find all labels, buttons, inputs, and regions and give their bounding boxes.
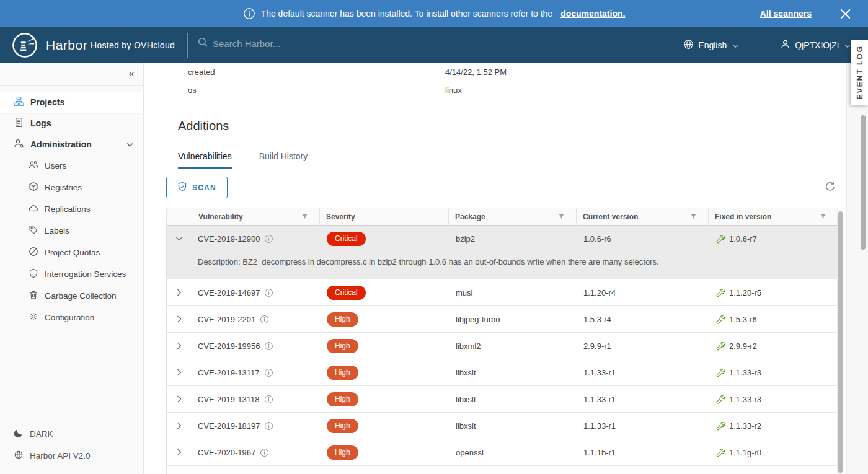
info-icon[interactable] <box>264 421 273 431</box>
filter-icon[interactable] <box>820 213 826 222</box>
shield-check-icon <box>177 182 187 193</box>
sidebar-item-project-quotas[interactable]: Project Quotas <box>0 242 143 263</box>
additions-tabs: Vulnerabilities Build History <box>178 151 308 169</box>
info-icon[interactable] <box>260 448 269 457</box>
fixed-version: 2.9.9-r2 <box>729 341 757 351</box>
package-name: libxslt <box>448 368 576 377</box>
current-version: 1.1.20-r4 <box>576 288 708 297</box>
scan-button[interactable]: SCAN <box>166 177 228 198</box>
info-icon[interactable] <box>264 368 273 377</box>
globe-icon <box>683 39 694 51</box>
sidebar-item-registries[interactable]: Registries <box>0 177 143 198</box>
chevron-down-icon <box>126 139 133 149</box>
global-search[interactable] <box>197 37 349 50</box>
info-icon[interactable] <box>264 234 273 244</box>
chevron-down-icon <box>732 40 738 50</box>
row-expand-caret-icon[interactable] <box>175 449 183 456</box>
chevron-down-icon <box>844 40 851 50</box>
logs-icon <box>14 117 24 129</box>
refresh-icon[interactable] <box>825 181 836 192</box>
dark-mode-toggle[interactable]: DARK <box>0 423 143 445</box>
row-expand-caret-icon[interactable] <box>175 315 183 323</box>
user-menu[interactable]: QjPTXIOjZi <box>780 39 851 51</box>
row-expand-caret-icon[interactable] <box>175 422 183 429</box>
moon-icon <box>14 428 24 440</box>
filter-icon[interactable] <box>301 213 308 222</box>
header-divider <box>187 33 188 58</box>
replications-icon <box>29 203 38 215</box>
all-scanners-link[interactable]: All scanners <box>760 9 812 19</box>
filter-icon[interactable] <box>690 213 697 222</box>
severity-badge: High <box>327 445 358 460</box>
sidebar-item-labels[interactable]: Labels <box>0 220 143 242</box>
current-version: 1.1.33-r1 <box>576 421 708 431</box>
harbor-logo[interactable] <box>12 33 37 58</box>
row-expand-caret-icon[interactable] <box>175 342 183 349</box>
info-icon[interactable] <box>264 395 273 404</box>
cve-id: CVE-2020-1967 <box>198 448 255 457</box>
language-menu[interactable]: English <box>683 39 738 51</box>
tab-vulnerabilities[interactable]: Vulnerabilities <box>178 151 232 169</box>
vulnerability-grid: Vulnerability Severity Package Current v… <box>166 208 844 474</box>
vulnerability-description: Description: BZ2_decompress in decompres… <box>167 252 844 279</box>
current-version: 2.9.9-r1 <box>576 341 708 351</box>
quota-gauge-icon <box>29 247 38 258</box>
row-expand-caret-icon[interactable] <box>175 395 183 403</box>
documentation-link[interactable]: documentation. <box>560 9 625 19</box>
row-expand-caret-icon[interactable] <box>175 289 183 296</box>
banner-message: The default scanner has been installed. … <box>261 9 553 19</box>
wrench-icon <box>715 341 725 351</box>
brand-name[interactable]: Harbor <box>46 38 87 53</box>
sidebar: « Projects Logs Administration <box>0 63 144 474</box>
sidebar-item-projects[interactable]: Projects <box>0 92 143 113</box>
severity-badge: Critical <box>327 232 366 246</box>
search-input[interactable] <box>213 38 349 49</box>
table-row: CVE-2019-18197 High libxslt 1.1.33-r1 1.… <box>167 413 844 439</box>
row-expand-caret-icon[interactable] <box>175 235 183 242</box>
info-icon[interactable] <box>260 315 269 324</box>
sidebar-item-users[interactable]: Users <box>0 155 143 177</box>
page-scrollbar-thumb[interactable] <box>861 115 866 250</box>
main-content: created 4/14/22, 1:52 PM os linux Additi… <box>144 63 868 474</box>
harbor-api-link[interactable]: Harbor API V2.0 <box>0 445 143 467</box>
grid-scrollbar[interactable] <box>837 208 844 474</box>
collapse-sidebar-icon[interactable]: « <box>129 68 135 80</box>
administration-icon <box>14 138 24 151</box>
sidebar-item-configuration[interactable]: Configuration <box>0 307 143 328</box>
filter-icon[interactable] <box>558 213 565 222</box>
grid-scrollbar-thumb[interactable] <box>838 211 843 473</box>
overview-value: linux <box>445 86 462 95</box>
current-version: 1.1.33-r1 <box>576 395 708 404</box>
projects-icon <box>14 96 24 108</box>
close-banner-icon[interactable] <box>840 9 851 19</box>
event-log-tab[interactable]: EVENT LOG <box>851 40 868 105</box>
cve-id: CVE-2019-19956 <box>198 341 260 351</box>
fixed-version: 1.0.6-r7 <box>729 234 757 244</box>
fixed-version: 1.1.33-r3 <box>729 395 761 404</box>
overview-label: os <box>166 86 445 95</box>
overview-row: created 4/14/22, 1:52 PM <box>166 63 844 81</box>
sidebar-item-replications[interactable]: Replications <box>0 198 143 220</box>
sidebar-item-administration[interactable]: Administration <box>0 134 143 155</box>
cve-id: CVE-2019-14697 <box>198 288 260 297</box>
fixed-version: 1.5.3-r6 <box>729 315 757 324</box>
info-icon[interactable] <box>264 288 273 297</box>
table-row: CVE-2019-14697 Critical musl 1.1.20-r4 1… <box>167 279 844 306</box>
package-name: libjpeg-turbo <box>448 315 576 324</box>
package-name: libxslt <box>448 421 576 431</box>
user-icon <box>780 39 790 51</box>
table-row: CVE-2019-13117 High libxslt 1.1.33-r1 1.… <box>167 359 844 386</box>
event-log-label: EVENT LOG <box>856 45 864 99</box>
dark-mode-label: DARK <box>30 429 53 439</box>
overview-label: created <box>166 68 445 77</box>
sidebar-item-garbage-collection[interactable]: Garbage Collection <box>0 285 143 307</box>
column-vulnerability: Vulnerability <box>192 208 319 226</box>
row-expand-caret-icon[interactable] <box>175 369 183 376</box>
table-row: CVE-2019-19956 High libxml2 2.9.9-r1 2.9… <box>167 333 844 359</box>
tab-build-history[interactable]: Build History <box>259 151 308 169</box>
sidebar-item-interrogation-services[interactable]: Interrogation Services <box>0 263 143 285</box>
info-icon[interactable] <box>264 341 273 351</box>
sidebar-item-logs[interactable]: Logs <box>0 113 143 134</box>
tabs-divider <box>166 167 844 167</box>
package-name: musl <box>448 288 576 297</box>
